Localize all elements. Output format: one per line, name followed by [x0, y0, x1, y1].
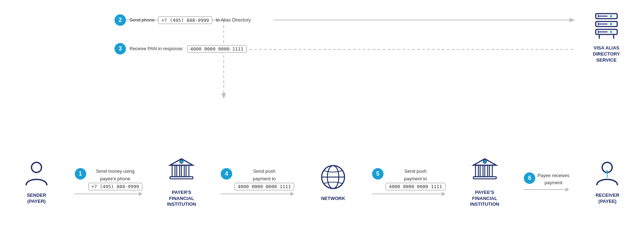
svg-rect-24: [181, 165, 184, 177]
step2-label: Send phone: [130, 17, 155, 23]
svg-rect-32: [475, 165, 478, 177]
svg-rect-33: [480, 165, 483, 177]
step2-phone: +7 (495) 888-9999: [158, 16, 212, 24]
step2-suffix: to Alias Directory: [216, 17, 251, 23]
step6-desc2: payment: [537, 180, 569, 186]
svg-marker-39: [606, 170, 608, 175]
svg-point-27: [180, 160, 183, 163]
svg-point-15: [610, 31, 612, 33]
step4-value: 4000 0000 0000 1111: [234, 183, 294, 190]
visa-alias-label: VISA ALIAS DIRECTORY SERVICE: [593, 45, 620, 63]
step3-label: Receive PAN in response:: [130, 46, 184, 52]
svg-rect-36: [473, 177, 496, 179]
step4-desc1: Send push: [234, 168, 294, 175]
step1-desc1: Send money using: [88, 168, 142, 175]
payer-bank-icon: [167, 157, 196, 185]
svg-marker-40: [606, 175, 608, 178]
svg-rect-35: [489, 165, 492, 177]
step3-row: 3 Receive PAN in response: 4000 0000 000…: [114, 43, 247, 54]
step6-badge: 6: [524, 172, 535, 184]
svg-rect-26: [170, 177, 193, 179]
step4-desc2: payment to: [234, 176, 294, 182]
step5-desc1: Send push: [386, 168, 445, 175]
receiver-label: RECEIVER (PAYEE): [596, 192, 619, 205]
step2-badge: 2: [114, 14, 126, 26]
bottom-section: SENDER (PAYER) 1 Send money using payee'…: [11, 128, 633, 236]
top-section: 2 Send phone +7 (495) 888-9999 to Alias …: [100, 7, 623, 108]
connector-5: 5 Send push payment to 4000 0000 0000 11…: [372, 168, 445, 196]
step1-desc2: payee's phone: [88, 176, 142, 182]
svg-point-7: [610, 15, 612, 17]
svg-rect-22: [172, 165, 175, 177]
svg-point-11: [610, 23, 612, 25]
payee-bank-icon: [470, 157, 499, 185]
svg-rect-25: [186, 165, 189, 177]
connector-6: 6 Payee receives payment: [524, 172, 569, 192]
step3-badge: 3: [114, 43, 126, 54]
svg-point-37: [483, 160, 487, 163]
network-label: NETWORK: [321, 196, 345, 202]
step5-value: 4000 0000 0000 1111: [386, 183, 445, 190]
diagram-container: 2 Send phone +7 (495) 888-9999 to Alias …: [0, 0, 644, 243]
connector-1: 1 Send money using payee's phone +7 (495…: [75, 168, 142, 196]
sender-icon: [23, 159, 50, 188]
step6-desc1: Payee receives: [537, 172, 569, 179]
svg-marker-1: [570, 18, 575, 22]
svg-point-20: [31, 162, 42, 172]
payer-bank-label: PAYER'S FINANCIAL INSTITUTION: [167, 190, 196, 208]
step1-value: +7 (495) 888-9999: [88, 183, 142, 190]
svg-marker-4: [221, 93, 226, 99]
svg-rect-34: [485, 165, 488, 177]
svg-rect-23: [177, 165, 180, 177]
visa-alias-icon: [590, 11, 623, 43]
step1-badge: 1: [75, 168, 86, 180]
payer-bank-node: PAYER'S FINANCIAL INSTITUTION: [167, 157, 196, 208]
visa-alias-container: VISA ALIAS DIRECTORY SERVICE: [590, 11, 623, 63]
network-icon: [319, 163, 347, 191]
step5-badge: 5: [372, 168, 384, 180]
step3-pan: 4000 0000 0000 1111: [187, 45, 247, 53]
step5-desc2: payment to: [386, 176, 445, 182]
sender-node: SENDER (PAYER): [23, 159, 50, 205]
network-node: NETWORK: [319, 163, 347, 202]
connector-4: 4 Send push payment to 4000 0000 0000 11…: [221, 168, 294, 196]
receiver-node: RECEIVER (PAYEE): [594, 159, 621, 205]
step2-row: 2 Send phone +7 (495) 888-9999 to Alias …: [114, 14, 251, 26]
step4-badge: 4: [221, 168, 232, 180]
payee-bank-label: PAYEE'S FINANCIAL INSTITUTION: [470, 190, 499, 208]
sender-label: SENDER (PAYER): [27, 192, 46, 205]
receiver-icon: [594, 159, 621, 188]
payee-bank-node: PAYEE'S FINANCIAL INSTITUTION: [470, 157, 499, 208]
